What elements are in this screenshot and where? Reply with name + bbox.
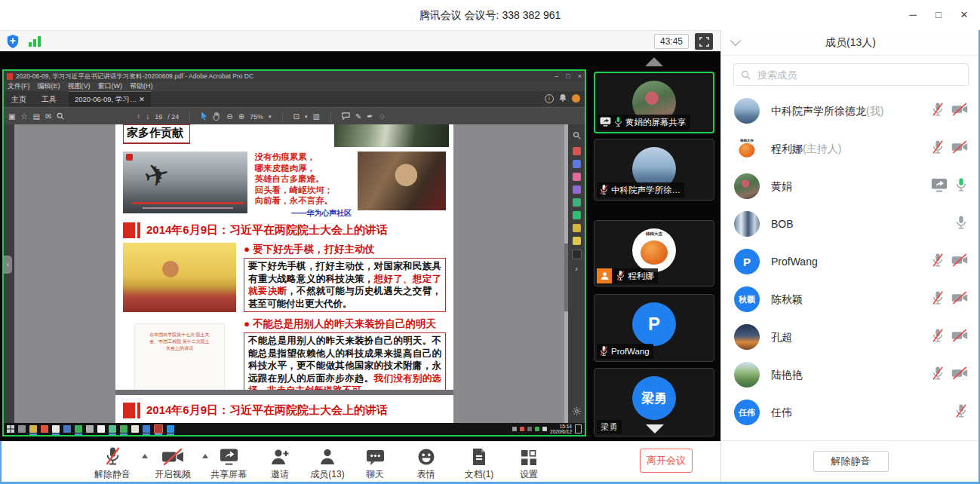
taskbar-app-icon[interactable] (86, 425, 94, 433)
tools-expand-chevron-icon[interactable]: › (575, 264, 578, 273)
select-cursor-icon[interactable] (201, 112, 207, 122)
camera-muted-icon[interactable] (951, 140, 968, 157)
mic-on-icon[interactable] (954, 177, 968, 195)
info-icon[interactable]: i (545, 94, 554, 103)
menu-file[interactable]: 文件(F) (8, 81, 30, 91)
tools-search-icon[interactable] (573, 129, 581, 142)
pencil-icon[interactable]: ✎ (355, 112, 361, 121)
minimize-button[interactable]: ─ (900, 0, 926, 30)
acrobat-close[interactable]: × (578, 71, 582, 81)
bell-icon[interactable] (559, 93, 567, 103)
menu-edit[interactable]: 编辑(E) (38, 81, 60, 91)
thumbnails-scroll-down-icon[interactable] (646, 424, 664, 433)
menu-view[interactable]: 视图(V) (68, 81, 91, 91)
mic-muted-icon[interactable] (931, 102, 945, 120)
sign-icon[interactable]: ✒ (367, 112, 373, 121)
member-row[interactable]: 孔超 (721, 318, 980, 356)
mic-muted-icon[interactable] (931, 253, 945, 271)
video-thumb[interactable]: P ProfWang (594, 294, 714, 362)
save-icon[interactable]: ▣ (8, 112, 15, 121)
video-thumb[interactable]: 梁勇 梁勇 (594, 368, 714, 437)
stamp-icon[interactable]: ♢ (379, 112, 386, 121)
comment-icon[interactable] (342, 112, 350, 121)
fit-dropdown-icon[interactable]: ▾ (305, 114, 308, 120)
tab-tools[interactable]: 工具 (34, 92, 64, 107)
taskbar-app-wechat-icon[interactable] (120, 425, 127, 433)
tool-export-pdf-icon[interactable] (573, 147, 581, 155)
mic-options-caret[interactable] (142, 454, 148, 458)
taskbar-app-browser-icon[interactable] (143, 425, 150, 433)
taskbar-app-meeting-icon[interactable] (167, 425, 174, 433)
taskbar-app-explorer-icon[interactable] (29, 425, 37, 433)
acrobat-maximize[interactable]: □ (566, 71, 570, 81)
tool-share-icon[interactable] (573, 211, 581, 219)
tool-selected-icon[interactable] (572, 250, 582, 259)
member-search-box[interactable] (733, 63, 969, 86)
page-number-input[interactable]: 19 (155, 113, 162, 121)
security-shield-icon[interactable] (6, 34, 20, 49)
thumbnails-scroll-up-icon[interactable] (645, 57, 663, 66)
mic-muted-icon[interactable] (931, 366, 945, 384)
mail-icon[interactable]: ✉ (45, 112, 51, 121)
page-down-icon[interactable]: ↓ (146, 112, 149, 121)
mic-muted-icon[interactable] (931, 328, 945, 346)
tray-icon[interactable] (542, 427, 547, 431)
zoom-in-icon[interactable]: ⊕ (238, 112, 244, 121)
mic-muted-icon[interactable] (931, 139, 945, 158)
taskbar-app-calculator-icon[interactable] (97, 425, 105, 433)
taskbar-app-icon[interactable] (131, 425, 139, 433)
tool-organize-pages-icon[interactable] (573, 173, 581, 181)
member-row[interactable]: 黄娟 (721, 167, 980, 205)
mic-muted-icon[interactable] (954, 403, 968, 421)
reading-mode-icon[interactable]: ▥ (313, 112, 320, 121)
video-thumb[interactable]: 中科院声学所徐… (594, 139, 714, 201)
taskbar-app-icon[interactable] (52, 425, 60, 433)
video-thumb[interactable]: 柿柿大吉 程利娜 (594, 220, 714, 286)
toolbar-start-video[interactable]: 开启视频 (149, 446, 196, 481)
tool-combine-icon[interactable] (573, 198, 581, 207)
camera-muted-icon[interactable] (951, 366, 968, 383)
tray-icon[interactable] (535, 427, 539, 431)
taskbar-app-icon[interactable] (109, 425, 116, 433)
close-button[interactable]: ✕ (951, 0, 977, 30)
tool-edit-pdf-icon[interactable] (573, 160, 581, 168)
toolbar-docs[interactable]: 文档(1) (456, 446, 502, 481)
acrobat-minimize[interactable]: – (555, 71, 558, 81)
taskbar-search-icon[interactable] (18, 425, 26, 433)
toolbar-share-screen[interactable]: 共享屏幕 (205, 446, 252, 481)
taskbar-app-icon[interactable] (63, 425, 71, 433)
member-row[interactable]: 柿柿大吉 程利娜(主持人) (721, 130, 980, 167)
tool-fill-sign-icon[interactable] (573, 185, 581, 194)
fit-width-icon[interactable]: ⊡ (293, 112, 300, 121)
account-avatar[interactable] (572, 94, 580, 103)
toolbar-unmute[interactable]: 解除静音 (89, 446, 136, 481)
start-button-icon[interactable] (7, 422, 14, 436)
zoom-dropdown-icon[interactable]: ▾ (269, 114, 272, 120)
tools-gear-icon[interactable] (573, 405, 581, 418)
mic-muted-icon[interactable] (931, 290, 945, 308)
zoom-level[interactable]: 75% (250, 113, 263, 121)
toolbar-chat[interactable]: 聊天 (353, 446, 397, 481)
star-icon[interactable]: ☆ (20, 112, 27, 121)
action-center-icon[interactable] (575, 424, 582, 433)
unmute-all-button[interactable]: 解除静音 (813, 451, 889, 472)
maximize-button[interactable]: □ (926, 0, 951, 30)
tab-document[interactable]: 2020-06-09, 学习… ✕ (69, 91, 151, 107)
sharing-screen-icon[interactable] (931, 178, 948, 195)
camera-muted-icon[interactable] (951, 291, 968, 308)
member-row[interactable]: 任伟 任伟 (721, 394, 980, 431)
member-row[interactable]: P ProfWang (721, 243, 980, 280)
camera-muted-icon[interactable] (951, 103, 968, 119)
tab-home[interactable]: 主页 (4, 92, 34, 107)
toolbar-invite[interactable]: 邀请 (258, 446, 302, 481)
tray-icon[interactable] (520, 427, 524, 431)
fullscreen-icon[interactable] (695, 33, 713, 50)
taskbar-app-icon[interactable] (75, 425, 82, 433)
search-input[interactable] (756, 69, 968, 81)
menu-help[interactable]: 帮助(H) (130, 81, 153, 91)
camera-muted-icon[interactable] (951, 253, 968, 270)
toolbar-settings[interactable]: 设置 (507, 446, 551, 481)
taskbar-clock[interactable]: 15:14 2020/6/12 (550, 424, 572, 434)
search-icon[interactable] (57, 112, 64, 121)
member-row[interactable]: 秋颖 陈秋颖 (721, 280, 980, 318)
